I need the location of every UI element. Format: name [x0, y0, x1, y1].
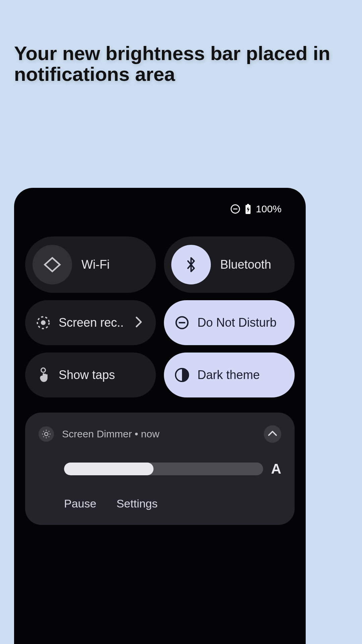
notification-header: Screen Dimmer • now: [39, 425, 281, 443]
touch-icon: [35, 367, 51, 383]
notification-when: now: [141, 428, 160, 439]
brightness-slider[interactable]: [64, 463, 263, 475]
tile-dark-theme[interactable]: Dark theme: [164, 353, 295, 397]
dnd-status-icon: [230, 204, 240, 214]
chevron-up-icon: [268, 430, 277, 438]
battery-charging-icon: [245, 204, 251, 214]
tile-show-taps-label: Show taps: [59, 368, 115, 382]
svg-point-9: [41, 368, 46, 372]
svg-point-11: [45, 432, 48, 436]
chevron-right-icon: [135, 316, 142, 329]
notification-title: Screen Dimmer • now: [62, 428, 160, 440]
status-bar: 100%: [230, 203, 282, 215]
bluetooth-icon: [171, 245, 211, 284]
notification-sep: •: [132, 428, 141, 439]
tile-wifi[interactable]: Wi-Fi: [25, 236, 156, 293]
tile-bluetooth[interactable]: Bluetooth: [164, 236, 295, 293]
brightness-slider-fill: [64, 463, 154, 475]
settings-button[interactable]: Settings: [116, 497, 158, 510]
brightness-auto-toggle[interactable]: A: [271, 461, 281, 477]
brightness-notification: Screen Dimmer • now A Pause Settings: [25, 413, 295, 525]
tile-wifi-label: Wi-Fi: [81, 258, 110, 272]
collapse-button[interactable]: [264, 425, 281, 443]
svg-point-6: [41, 320, 46, 325]
pause-button[interactable]: Pause: [64, 497, 96, 510]
record-icon: [35, 316, 51, 330]
tile-bluetooth-label: Bluetooth: [220, 258, 271, 272]
tile-screen-record-label: Screen rec..: [59, 316, 124, 330]
tile-screen-record[interactable]: Screen rec..: [25, 300, 156, 345]
battery-percent: 100%: [256, 203, 282, 215]
tile-show-taps[interactable]: Show taps: [25, 353, 156, 397]
dark-theme-icon: [174, 368, 190, 382]
notification-app-name: Screen Dimmer: [62, 428, 132, 439]
tile-dnd-label: Do Not Disturb: [197, 316, 277, 330]
tile-dark-theme-label: Dark theme: [197, 368, 260, 382]
quick-settings-tiles: Wi-Fi Bluetooth Screen rec..: [25, 236, 295, 397]
brightness-slider-row: A: [64, 461, 281, 477]
svg-rect-3: [247, 204, 249, 205]
promo-headline: Your new brightness bar placed in notifi…: [14, 43, 342, 85]
notification-actions: Pause Settings: [64, 497, 281, 510]
app-icon: [39, 426, 54, 442]
dnd-icon: [174, 316, 190, 330]
phone-frame: 100% Wi-Fi Bluetooth: [14, 188, 306, 644]
wifi-icon: [33, 245, 72, 284]
tile-dnd[interactable]: Do Not Disturb: [164, 300, 295, 345]
